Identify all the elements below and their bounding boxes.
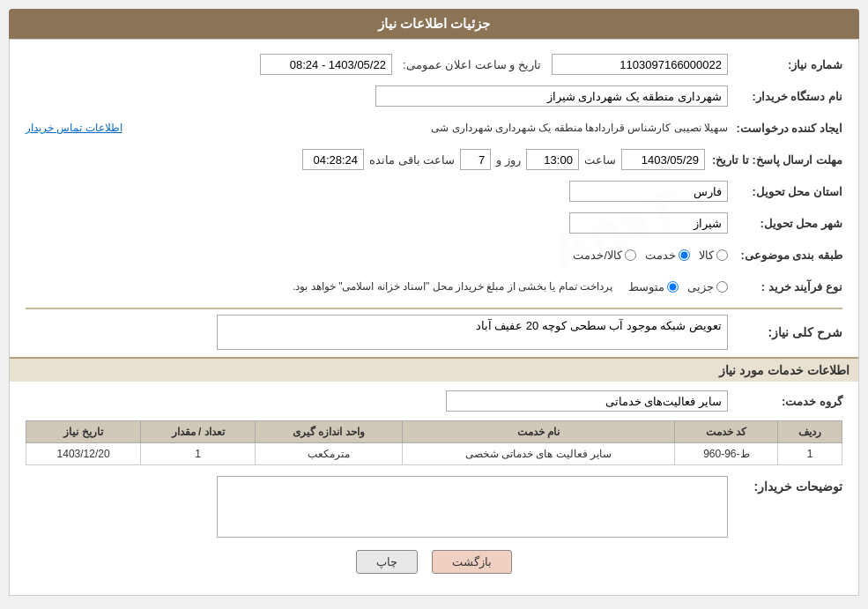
city-row: شهر محل تحویل: (26, 211, 842, 235)
province-label: استان محل تحویل: (728, 185, 842, 198)
print-button[interactable]: چاپ (356, 550, 418, 574)
service-group-input (446, 390, 728, 412)
process-note: پرداخت تمام یا بخشی از مبلغ خریداز محل "… (293, 280, 612, 293)
process-label: نوع فرآیند خرید : (728, 280, 842, 293)
process-jazii-radio[interactable] (716, 281, 728, 293)
col-row-num: ردیف (778, 421, 842, 443)
footer-buttons: بازگشت چاپ (26, 550, 842, 583)
category-radio-group: کالا خدمت کالا/خدمت (573, 249, 728, 262)
process-group: جزیی متوسط پرداخت تمام یا بخشی از مبلغ خ… (293, 280, 728, 293)
deadline-day-label: روز و (496, 153, 521, 167)
category-kala-khedmat-label: کالا/خدمت (573, 249, 622, 262)
cell-date: 1403/12/20 (26, 443, 141, 465)
process-jazii-label: جزیی (687, 280, 714, 293)
category-row: طبقه بندی موضوعی: کالا خدمت کالا/خدمت (26, 242, 842, 267)
process-motavaset-item: متوسط (628, 280, 679, 293)
services-table: ردیف کد خدمت نام خدمت واحد اندازه گیری ت… (26, 420, 842, 465)
cell-service_name: سایر فعالیت های خدماتی شخصی (402, 443, 675, 465)
buyer-notes-row: توضیحات خریدار: (26, 476, 842, 538)
col-date: تاریخ نیاز (26, 421, 141, 443)
announcement-value-input (260, 54, 392, 75)
category-kala-item: کالا (699, 249, 728, 262)
city-input (569, 212, 728, 234)
category-kala-khedmat-item: کالا/خدمت (573, 249, 636, 262)
service-group-label: گروه خدمت: (728, 395, 842, 408)
table-header-row: ردیف کد خدمت نام خدمت واحد اندازه گیری ت… (26, 421, 842, 443)
deadline-remaining-label: ساعت باقی مانده (369, 153, 455, 167)
deadline-remaining-input (302, 149, 364, 170)
cell-row_num: 1 (778, 443, 842, 465)
process-motavaset-label: متوسط (628, 280, 664, 293)
cell-quantity: 1 (141, 443, 256, 465)
category-kala-radio[interactable] (716, 249, 728, 261)
cell-service_code: ط-96-960 (675, 443, 778, 465)
buyer-org-row: نام دستگاه خریدار: (26, 84, 842, 108)
request-number-row: شماره نیاز: تاریخ و ساعت اعلان عمومی: (26, 52, 842, 77)
category-khedmat-item: خدمت (645, 249, 690, 262)
request-number-label: شماره نیاز: (728, 58, 842, 71)
col-unit: واحد اندازه گیری (256, 421, 403, 443)
table-row: 1ط-96-960سایر فعالیت های خدماتی شخصیمترم… (26, 443, 842, 465)
description-section: شرح کلی نیاز: تعویض شبکه موجود آب سطحی ک… (26, 308, 842, 350)
back-button[interactable]: بازگشت (432, 550, 512, 574)
services-section-title: اطلاعات خدمات مورد نیاز (10, 357, 858, 382)
contact-link[interactable]: اطلاعات تماس خریدار (26, 122, 122, 134)
deadline-row: مهلت ارسال پاسخ: تا تاریخ: ساعت روز و سا… (26, 147, 842, 172)
description-label: شرح کلی نیاز: (728, 325, 842, 339)
buyer-notes-label: توضیحات خریدار: (728, 476, 842, 494)
requester-label: ایجاد کننده درخواست: (728, 122, 842, 135)
deadline-time-label: ساعت (584, 153, 616, 167)
description-row: شرح کلی نیاز: تعویض شبکه موجود آب سطحی ک… (26, 315, 842, 350)
buyer-org-label: نام دستگاه خریدار: (728, 90, 842, 103)
page-title: جزئیات اطلاعات نیاز (9, 9, 859, 39)
deadline-time-input (526, 149, 579, 170)
col-quantity: تعداد / مقدار (141, 421, 256, 443)
requester-value: سهیلا نصیبی کارشناس قراردادها منطقه یک ش… (130, 122, 728, 134)
description-textarea[interactable]: تعویض شبکه موجود آب سطحی کوچه 20 عفیف آب… (217, 315, 728, 350)
buyer-org-input (375, 85, 728, 107)
deadline-days-input (460, 149, 491, 170)
province-input (569, 181, 728, 202)
category-khedmat-label: خدمت (645, 249, 676, 262)
deadline-label: مهلت ارسال پاسخ: تا تاریخ: (705, 153, 842, 167)
col-service-name: نام خدمت (402, 421, 675, 443)
request-number-input[interactable] (552, 54, 728, 75)
category-label: طبقه بندی موضوعی: (728, 249, 842, 262)
process-motavaset-radio[interactable] (667, 281, 679, 293)
process-jazii-item: جزیی (687, 280, 728, 293)
buyer-notes-section: توضیحات خریدار: (26, 476, 842, 538)
main-card: AnaT شماره نیاز: تاریخ و ساعت اعلان عموم… (9, 39, 859, 596)
process-row: نوع فرآیند خرید : جزیی متوسط پرداخت تمام… (26, 274, 842, 299)
page-wrapper: جزئیات اطلاعات نیاز AnaT شماره نیاز: تار… (0, 0, 868, 609)
buyer-notes-textarea[interactable] (217, 476, 728, 538)
category-kala-label: کالا (699, 249, 714, 262)
cell-unit: مترمکعب (256, 443, 403, 465)
deadline-date-input (621, 149, 705, 170)
category-kala-khedmat-radio[interactable] (625, 249, 636, 261)
col-service-code: کد خدمت (675, 421, 778, 443)
city-label: شهر محل تحویل: (728, 217, 842, 230)
province-row: استان محل تحویل: (26, 179, 842, 204)
announcement-label: تاریخ و ساعت اعلان عمومی: (403, 58, 541, 71)
category-khedmat-radio[interactable] (679, 249, 690, 261)
service-group-row: گروه خدمت: (26, 389, 842, 413)
requester-row: ایجاد کننده درخواست: سهیلا نصیبی کارشناس… (26, 115, 842, 140)
deadline-group: ساعت روز و ساعت باقی مانده (302, 149, 705, 170)
